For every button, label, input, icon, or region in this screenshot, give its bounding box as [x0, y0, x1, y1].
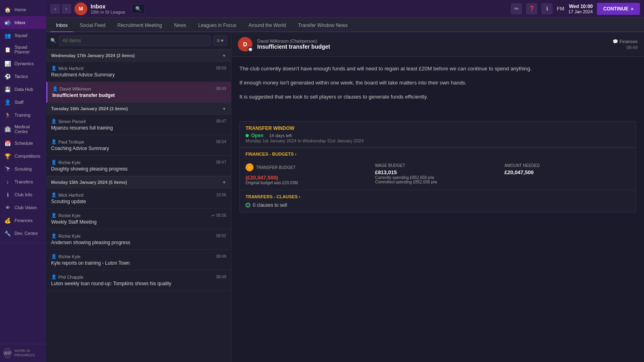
transfer-icon: ↑ [246, 163, 254, 171]
sidebar-item-training[interactable]: 🏃 Training [0, 109, 46, 121]
inbox-item-richie1[interactable]: 👤 Richie Kyle 08:47 Doughty showing plea… [46, 156, 231, 176]
tab-news[interactable]: News [168, 19, 192, 32]
inbox-item-david[interactable]: 👤 David Wilkinson 08:49 Insufficient tra… [46, 82, 231, 103]
pencil-icon-button[interactable]: ✏ [511, 3, 522, 14]
sender-name: David Wilkinson (Chairperson) [257, 39, 608, 43]
wage-budget-label: WAGE BUDGET [375, 163, 501, 168]
question-icon-button[interactable]: ❓ [526, 3, 537, 14]
item-time: 16:56 [216, 193, 226, 197]
inbox-search-input[interactable] [59, 35, 211, 46]
scouting-icon: 🔭 [4, 165, 11, 173]
competitions-icon: 🏆 [4, 152, 11, 160]
item-subject: Kyle reports on training - Luton Town [51, 260, 226, 266]
item-subject: Recruitment Advice Summary [51, 72, 226, 78]
sidebar-item-tactics[interactable]: ⚽ Tactics [0, 70, 46, 83]
sidebar-item-schedule[interactable]: 📅 Schedule [0, 137, 46, 150]
message-meta: 💬 Finances 08:49 [613, 39, 638, 50]
sidebar-label-training: Training [14, 113, 30, 117]
group-header-tue[interactable]: Tuesday 16th January 2024 (3 items) ▼ [46, 103, 231, 115]
finance-section-title[interactable]: FINANCES - BUDGETS › [246, 152, 297, 156]
back-button[interactable]: ‹ [50, 4, 60, 14]
inbox-filter-button[interactable]: ≡ ▾ [213, 35, 227, 46]
sidebar-label-dev-centre: Dev. Centre [14, 231, 38, 236]
sidebar-item-club-info[interactable]: ℹ Club Info [0, 188, 46, 201]
schedule-icon: 📅 [4, 140, 11, 147]
tw-status: Open 14 days left [246, 133, 630, 138]
tw-open-label: Open [251, 133, 264, 138]
sidebar-item-dev-centre[interactable]: 🔧 Dev. Centre [0, 227, 46, 240]
inbox-item-header: 👤 Mick Harford 16:56 [51, 192, 226, 197]
sidebar-item-inbox[interactable]: 📬 Inbox [0, 16, 46, 29]
group-label-wed: Wednesday 17th January 2024 (2 items) [51, 53, 135, 58]
inbox-item-paul[interactable]: 👤 Paul Trollope 08:54 Coaching Advice Su… [46, 135, 231, 156]
tab-transfer-window[interactable]: Transfer Window News [292, 19, 353, 32]
club-vision-icon: 👁 [4, 204, 11, 211]
sidebar-item-competitions[interactable]: 🏆 Competitions [0, 150, 46, 162]
tab-leagues-in-focus[interactable]: Leagues in Focus [192, 19, 242, 32]
inbox-item-phil[interactable]: 👤 Phil Chapple 08:49 Luton weekly loan r… [46, 270, 231, 291]
dev-centre-icon: 🔧 [4, 230, 11, 237]
sidebar-item-dynamics[interactable]: 📊 Dynamics [0, 57, 46, 70]
forward-button[interactable]: › [62, 4, 71, 14]
sidebar-item-transfers[interactable]: ↕ Transfers [0, 175, 46, 188]
topbar-search[interactable]: 🔍 [132, 4, 145, 14]
inbox-item-richie2[interactable]: 👤 Richie Kyle ↩ 08:56 Weekly Staff Meeti… [46, 209, 231, 229]
chevron-down-icon: ▼ [222, 53, 226, 58]
tab-recruitment-meeting[interactable]: Recruitment Meeting [112, 19, 168, 32]
data-hub-icon: 💾 [4, 86, 11, 93]
topbar: ‹ › M Inbox 19th in St League 🔍 ✏ ❓ ℹ FM… [46, 0, 644, 18]
sidebar-item-squad-planner[interactable]: 📋 Squad Planner [0, 42, 46, 57]
group-header-wed[interactable]: Wednesday 17th January 2024 (2 items) ▼ [46, 49, 231, 62]
sidebar-label-tactics: Tactics [14, 74, 28, 79]
sidebar-label-data-hub: Data Hub [14, 87, 33, 92]
finances-icon: 💰 [4, 217, 11, 224]
person-icon: 👤 [51, 66, 57, 71]
continue-button[interactable]: CONTINUE » [597, 3, 640, 15]
tw-title: TRANSFER WINDOW [246, 125, 630, 131]
body-paragraph-1: The club currently doesn't have enough f… [239, 65, 636, 73]
sidebar-label-dynamics: Dynamics [14, 61, 34, 66]
item-subject: Insufficient transfer budget [52, 93, 226, 98]
sender-name: 👤 Richie Kyle [51, 233, 80, 239]
clauses-title[interactable]: TRANSFERS - CLAUSES › [246, 194, 630, 199]
tab-social-feed[interactable]: Social Feed [74, 19, 111, 32]
person-icon: 👤 [51, 160, 57, 165]
tw-days: 14 days left [269, 133, 292, 138]
group-header-mon[interactable]: Monday 15th January 2024 (5 items) ▼ [46, 176, 231, 188]
finance-link[interactable]: 💬 Finances [613, 39, 638, 44]
sidebar-item-medical-centre[interactable]: 🏥 Medical Centre [0, 121, 46, 137]
clauses-value: 0 clauses to sell [246, 202, 630, 208]
inbox-item-simon[interactable]: 👤 Simon Parsell 09:47 Mpanzu resumes ful… [46, 115, 231, 135]
sidebar-item-scouting[interactable]: 🔭 Scouting [0, 162, 46, 175]
sidebar-item-finances[interactable]: 💰 Finances [0, 214, 46, 227]
inbox-item-mick[interactable]: 👤 Mick Harford 08:59 Recruitment Advice … [46, 62, 231, 82]
transfers-clauses-section: TRANSFERS - CLAUSES › 0 clauses to sell [240, 190, 636, 212]
search-icon: 🔍 [50, 38, 56, 43]
item-subject: Weekly Staff Meeting [51, 219, 226, 225]
wage-currently: Currently spending £852,658 p/w [375, 175, 501, 180]
sidebar-label-competitions: Competitions [14, 154, 40, 158]
body-paragraph-3: It is suggested that we look to sell pla… [239, 93, 636, 101]
sidebar-item-club-vision[interactable]: 👁 Club Vision [0, 201, 46, 214]
sender-name: 👤 David Wilkinson [52, 86, 91, 91]
squad-planner-icon: 📋 [4, 46, 11, 53]
tab-around-world[interactable]: Around the World [243, 19, 291, 32]
inbox-item-richie4[interactable]: 👤 Richie Kyle 08:49 Kyle reports on trai… [46, 250, 231, 270]
staff-icon: 👤 [4, 99, 11, 106]
sidebar-item-data-hub[interactable]: 💾 Data Hub [0, 83, 46, 96]
inbox-item-header: 👤 Richie Kyle 08:49 [51, 254, 226, 259]
item-subject: Scouting update [51, 199, 226, 204]
home-icon: 🏠 [4, 6, 11, 13]
search-icon: 🔍 [135, 6, 141, 12]
sender-name: 👤 Simon Parsell [51, 119, 86, 124]
inbox-item-mick2[interactable]: 👤 Mick Harford 16:56 Scouting update [46, 188, 231, 209]
sidebar-item-home[interactable]: 🏠 Home [0, 3, 46, 16]
sidebar-item-squad[interactable]: 👥 Squad [0, 29, 46, 42]
tab-inbox[interactable]: Inbox [50, 19, 73, 32]
info-icon-button[interactable]: ℹ [541, 3, 553, 14]
sidebar-label-club-info: Club Info [14, 192, 32, 197]
sidebar-item-staff[interactable]: 👤 Staff [0, 96, 46, 109]
inbox-panel: 🔍 ≡ ▾ Wednesday 17th January 2024 (2 ite… [46, 32, 231, 362]
person-icon: 👤 [51, 119, 57, 124]
inbox-item-richie3[interactable]: 👤 Richie Kyle 08:52 Andersen showing ple… [46, 229, 231, 250]
